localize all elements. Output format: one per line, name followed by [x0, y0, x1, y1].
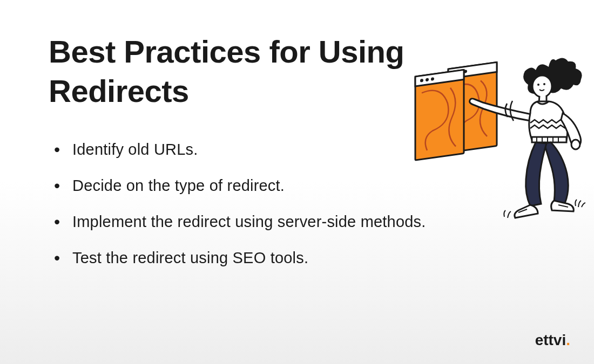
- brand-logo: ettvi.: [535, 332, 570, 349]
- logo-dot: .: [566, 332, 570, 348]
- svg-point-11: [537, 84, 539, 86]
- svg-point-10: [532, 75, 552, 97]
- list-item: Test the redirect using SEO tools.: [54, 249, 551, 267]
- svg-point-12: [543, 83, 545, 85]
- svg-point-19: [571, 140, 580, 149]
- page-title: Best Practices for Using Redirects: [49, 32, 470, 111]
- person-pointing-browser-illustration: [413, 55, 591, 222]
- logo-text: ettvi: [535, 332, 566, 348]
